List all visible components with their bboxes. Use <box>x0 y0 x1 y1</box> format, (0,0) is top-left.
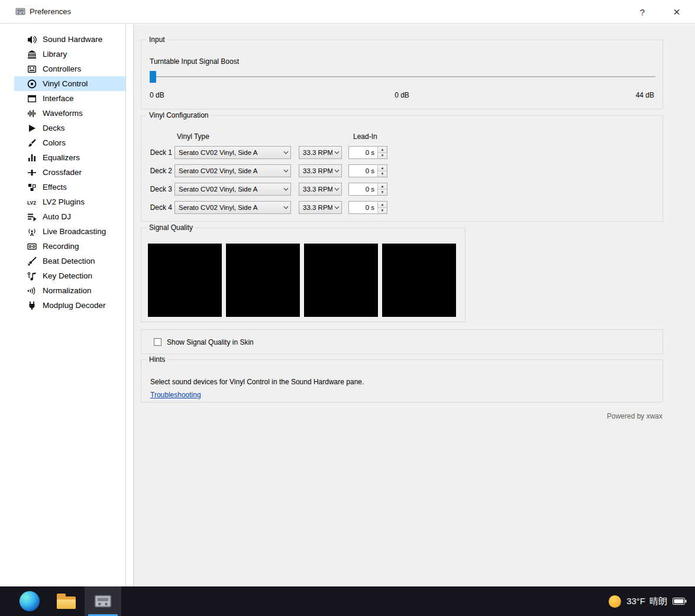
spinbox-value: 0 s <box>349 183 377 195</box>
sidebar-item-key-detection[interactable]: Key Detection <box>14 268 125 283</box>
chevron-down-icon <box>332 169 341 173</box>
sidebar-item-crossfader[interactable]: Crossfader <box>14 165 125 180</box>
deck4-leadin-spinbox[interactable]: 0 s ▲▼ <box>348 201 387 214</box>
music-key-icon <box>27 271 37 281</box>
lead-in-column-header: Lead-In <box>353 132 377 141</box>
deck2-vinyl-type-select[interactable]: Serato CV02 Vinyl, Side A <box>174 164 291 177</box>
preferences-taskbar-button[interactable] <box>85 586 121 616</box>
sidebar-item-interface[interactable]: Interface <box>14 91 125 106</box>
deck3-row: Deck 3 Serato CV02 Vinyl, Side A 33.3 RP… <box>141 183 662 196</box>
deck-label: Deck 2 <box>146 164 172 177</box>
spin-buttons: ▲▼ <box>377 147 387 158</box>
show-signal-quality-label: Show Signal Quality in Skin <box>167 338 254 346</box>
sidebar-item-label: Library <box>43 50 67 59</box>
temperature-label: 33°F <box>626 596 645 607</box>
app-icon <box>15 7 25 17</box>
deck1-vinyl-type-select[interactable]: Serato CV02 Vinyl, Side A <box>174 146 291 159</box>
combo-value: 33.3 RPM <box>299 186 332 193</box>
combo-value: 33.3 RPM <box>299 167 332 174</box>
combo-value: Serato CV02 Vinyl, Side A <box>175 204 282 211</box>
chevron-down-icon <box>282 206 290 209</box>
deck2-leadin-spinbox[interactable]: 0 s ▲▼ <box>348 164 387 177</box>
slider-handle[interactable] <box>150 71 156 83</box>
sidebar-item-normalization[interactable]: Normalization <box>14 283 125 298</box>
chevron-down-icon <box>332 187 341 191</box>
deck4-rpm-select[interactable]: 33.3 RPM <box>299 201 342 214</box>
spin-down-button[interactable]: ▼ <box>378 208 387 214</box>
sidebar-item-equalizers[interactable]: Equalizers <box>14 150 125 165</box>
spin-up-button[interactable]: ▲ <box>378 165 387 171</box>
deck1-leadin-spinbox[interactable]: 0 s ▲▼ <box>348 146 387 159</box>
sidebar-item-library[interactable]: Library <box>14 47 125 61</box>
spin-up-button[interactable]: ▲ <box>378 147 387 153</box>
sidebar-item-beat-detection[interactable]: Beat Detection <box>14 254 125 268</box>
sidebar-item-vinyl-control[interactable]: Vinyl Control <box>14 76 125 91</box>
spin-down-button[interactable]: ▼ <box>378 171 387 177</box>
boost-slider[interactable] <box>150 71 655 83</box>
sidebar-item-label: Vinyl Control <box>43 79 88 88</box>
deck4-vinyl-type-select[interactable]: Serato CV02 Vinyl, Side A <box>174 201 291 214</box>
sidebar-item-colors[interactable]: Colors <box>14 135 125 150</box>
deck-label: Deck 3 <box>146 183 172 196</box>
sidebar-item-decks[interactable]: Decks <box>14 121 125 135</box>
spin-up-button[interactable]: ▲ <box>378 183 387 190</box>
deck2-rpm-select[interactable]: 33.3 RPM <box>299 164 342 177</box>
close-button[interactable]: × <box>668 3 686 21</box>
show-signal-quality-checkbox[interactable] <box>154 338 161 346</box>
sidebar-item-sound-hardware[interactable]: Sound Hardware <box>14 32 125 47</box>
deck3-rpm-select[interactable]: 33.3 RPM <box>299 183 342 196</box>
weather-widget[interactable]: 33°F 晴朗 <box>626 596 667 607</box>
deck3-leadin-spinbox[interactable]: 0 s ▲▼ <box>348 183 387 196</box>
signal-quality-display-deck3 <box>304 244 378 317</box>
deck1-rpm-select[interactable]: 33.3 RPM <box>299 146 342 159</box>
preferences-app-icon <box>94 592 112 610</box>
spin-down-button[interactable]: ▼ <box>378 153 387 159</box>
preferences-sidebar: Sound Hardware Library Controllers Vinyl… <box>0 24 126 586</box>
combo-value: Serato CV02 Vinyl, Side A <box>175 167 282 174</box>
sidebar-item-recording[interactable]: Recording <box>14 239 125 254</box>
sidebar-item-live-broadcasting[interactable]: Live Broadcasting <box>14 224 125 239</box>
sidebar-item-label: Recording <box>43 242 79 251</box>
broadcast-antenna-icon <box>27 227 37 236</box>
file-manager-taskbar-button[interactable] <box>48 586 85 616</box>
sidebar-item-auto-dj[interactable]: Auto DJ <box>14 209 125 224</box>
sidebar-item-label: Crossfader <box>43 168 82 177</box>
spinbox-value: 0 s <box>349 165 377 177</box>
groupbox-title: Signal Quality <box>147 223 195 232</box>
edge-taskbar-button[interactable] <box>11 586 48 616</box>
sidebar-item-waveforms[interactable]: Waveforms <box>14 106 125 121</box>
troubleshooting-link[interactable]: Troubleshooting <box>150 391 201 399</box>
sidebar-item-label: Sound Hardware <box>43 35 102 44</box>
sidebar-item-lv2-plugins[interactable]: LV2 LV2 Plugins <box>14 194 125 209</box>
sidebar-item-label: Live Broadcasting <box>43 227 106 236</box>
sidebar-item-label: Modplug Decoder <box>43 301 106 310</box>
cassette-icon <box>27 242 37 251</box>
spin-down-button[interactable]: ▼ <box>378 190 387 196</box>
groupbox-title: Vinyl Configuration <box>147 111 211 119</box>
deck1-row: Deck 1 Serato CV02 Vinyl, Side A 33.3 RP… <box>141 146 662 159</box>
vinyl-record-icon <box>27 79 37 89</box>
deck3-vinyl-type-select[interactable]: Serato CV02 Vinyl, Side A <box>174 183 291 196</box>
spin-up-button[interactable]: ▲ <box>378 202 387 208</box>
sidebar-item-modplug-decoder[interactable]: Modplug Decoder <box>14 298 125 313</box>
help-button[interactable]: ? <box>633 3 651 21</box>
play-icon <box>27 124 37 133</box>
vinyl-configuration-groupbox: Vinyl Configuration Vinyl Type Lead-In D… <box>141 115 663 222</box>
taskbar-status-area: 33°F 晴朗 <box>609 586 687 616</box>
powered-by-label: Powered by xwax <box>607 412 662 420</box>
taskbar-app-buttons <box>11 586 121 616</box>
chevron-down-icon <box>282 151 290 154</box>
sidebar-item-label: Waveforms <box>43 109 83 118</box>
library-icon <box>27 50 37 59</box>
screen: Preferences ? × Sound Hardware Library C… <box>0 0 695 616</box>
sidebar-item-effects[interactable]: Effects <box>14 180 125 194</box>
sidebar-item-label: Key Detection <box>43 271 92 280</box>
hints-text: Select sound devices for Vinyl Control i… <box>150 378 364 386</box>
signal-quality-displays <box>148 244 456 317</box>
boost-slider-label: Turntable Input Signal Boost <box>150 57 239 66</box>
deck2-row: Deck 2 Serato CV02 Vinyl, Side A 33.3 RP… <box>141 164 662 177</box>
window-icon <box>27 94 37 103</box>
sidebar-item-controllers[interactable]: Controllers <box>14 61 125 76</box>
deck-label: Deck 1 <box>146 146 172 159</box>
sidebar-item-label: Equalizers <box>43 153 80 162</box>
